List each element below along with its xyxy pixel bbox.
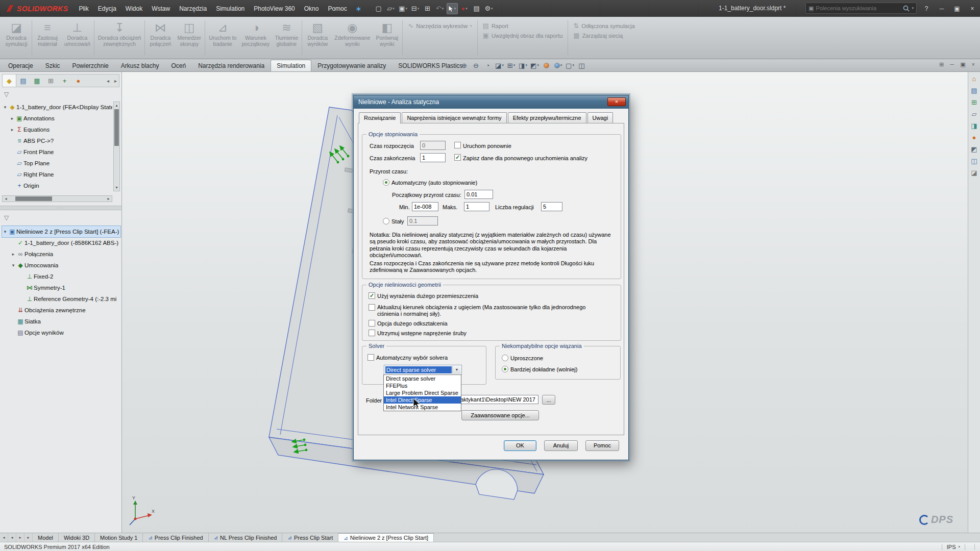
ribbon-report[interactable]: ▤ Raport	[483, 22, 563, 30]
ribbon-initial-condition[interactable]: ◑ Warunekpoczątkowy	[239, 18, 272, 57]
bottom-tab-model[interactable]: Model	[33, 533, 59, 542]
units-indicator[interactable]: IPS	[947, 544, 956, 550]
keep-bolt-prestress-checkbox[interactable]	[369, 330, 375, 336]
home-icon[interactable]: ⌂	[972, 75, 976, 83]
help-icon[interactable]: ?	[919, 0, 934, 17]
restart-checkbox[interactable]	[454, 142, 461, 148]
units-dropdown-icon[interactable]: ▾	[958, 545, 960, 549]
scenes-icon[interactable]: ◩	[971, 145, 977, 153]
ribbon-apply-material[interactable]: ≡ Zastosujmateriał	[33, 18, 62, 57]
dialog-tab-efekty[interactable]: Efekty przepływu/termiczne	[508, 112, 586, 123]
ribbon-run-study[interactable]: ⊿ Uruchom tobadanie	[206, 18, 239, 57]
print-preview-icon[interactable]: ⊞	[422, 3, 433, 14]
end-time-input[interactable]	[420, 153, 446, 162]
tree-item-study-root[interactable]: ▾ ▣ Nieliniowe 2 z [Press Clip Start] (-…	[2, 226, 120, 237]
tab-przygotowywanie-analizy[interactable]: Przygotowywanie analizy	[311, 60, 392, 71]
menu-edycja[interactable]: Edycja	[93, 1, 121, 17]
fixed-step-input[interactable]	[407, 216, 438, 226]
solver-option[interactable]: Large Problem Direct Sparse	[384, 389, 461, 396]
tab-solidworks-plastics[interactable]: SOLIDWORKS Plastics	[392, 60, 469, 71]
autostepping-radio[interactable]	[383, 179, 389, 186]
menu-wstaw[interactable]: Wstaw	[147, 1, 175, 17]
solver-option[interactable]: FFEPlus	[384, 382, 461, 389]
filter-funnel-icon[interactable]: ▽	[4, 91, 9, 98]
apply-scene-icon[interactable]: ▾	[553, 60, 563, 70]
large-displacement-checkbox[interactable]: ✓	[369, 292, 375, 299]
configurationmanager-tab[interactable]: ▦	[30, 74, 44, 87]
restore-icon[interactable]: ▣	[949, 0, 965, 17]
panel-splitter[interactable]: ∙∙∙	[0, 206, 121, 210]
select-tool-icon[interactable]: ▾	[447, 3, 458, 14]
tree-item[interactable]: ▱ Top Plane	[2, 158, 112, 169]
ribbon-compare-results[interactable]: ◧ Porównajwyniki	[373, 18, 401, 57]
save-restart-data-checkbox[interactable]: ✓	[454, 154, 461, 161]
feature-tree-vertical-scrollbar[interactable]: ▴ ▾	[113, 102, 120, 191]
ribbon-results-advisor[interactable]: ▧ Doradcawyników	[303, 18, 332, 57]
open-document-icon[interactable]: ▱▾	[385, 3, 397, 14]
solver-option[interactable]: Direct sparse solver	[384, 375, 461, 382]
tree-item[interactable]: ▱ Front Plane	[2, 146, 112, 158]
zoom-fit-icon[interactable]: ⊕	[459, 60, 469, 70]
more-accurate-radio[interactable]	[502, 366, 508, 372]
menu-plik[interactable]: Plik	[74, 1, 93, 17]
fixed-step-radio[interactable]	[383, 218, 389, 224]
design-library-icon[interactable]: ⊞	[971, 98, 977, 106]
ribbon-offloaded-simulation[interactable]: ⇅ Odłączona symulacja	[573, 22, 634, 30]
solver-combobox[interactable]: Direct sparse solver ▼	[384, 365, 462, 375]
tree-item[interactable]: ▱ Right Plane	[2, 169, 112, 180]
large-strain-checkbox[interactable]	[369, 320, 375, 327]
print-icon[interactable]: ⊟▾	[410, 3, 421, 14]
tree-item[interactable]: ⊥ Fixed-2	[2, 271, 120, 282]
tree-item[interactable]: + Origin	[2, 180, 112, 191]
view-settings-icon[interactable]: ▢▾	[565, 60, 575, 70]
ribbon-deformed-result[interactable]: ◉ Zdeformowanewyniki	[332, 18, 373, 57]
resources-icon[interactable]: ▤	[971, 87, 977, 94]
custom-properties-icon[interactable]: ◫	[971, 157, 977, 165]
ribbon-manage-network[interactable]: ▦ Zarządzaj siecią	[573, 32, 634, 39]
search-icon[interactable]	[903, 5, 910, 12]
initial-increment-input[interactable]	[464, 190, 493, 199]
dialog-tab-uwagi[interactable]: Uwagi	[587, 112, 614, 123]
bottom-tab-widoki-3d[interactable]: Widoki 3D	[59, 533, 95, 542]
file-properties-icon[interactable]: ▤	[471, 3, 482, 14]
advanced-options-button[interactable]: Zaawansowane opcje...	[461, 410, 539, 420]
automatic-solver-checkbox[interactable]	[368, 354, 374, 361]
combo-dropdown-icon[interactable]: ▼	[452, 366, 461, 374]
menu-pomoc[interactable]: Pomoc	[323, 1, 351, 17]
bottom-tab-motion-study[interactable]: Motion Study 1	[95, 533, 143, 542]
tab-ocen[interactable]: Oceń	[165, 60, 192, 71]
tree-item[interactable]: ▸ Σ Equations	[2, 124, 112, 135]
menu-okno[interactable]: Okno	[300, 1, 324, 17]
menu-photoview[interactable]: PhotoView 360	[249, 1, 300, 17]
previous-view-icon[interactable]: ◔	[483, 60, 493, 70]
forum-icon[interactable]: ◪	[971, 169, 977, 177]
ribbon-shell-manager[interactable]: ◫ Menedżerskorupy	[175, 18, 204, 57]
dimxpertmanager-tab[interactable]: ⊞	[44, 74, 58, 87]
dialog-tab-rozwiazanie[interactable]: Rozwiązanie	[359, 112, 401, 123]
displaymanager-tab[interactable]: +	[58, 74, 71, 87]
dialog-close-button[interactable]: ×	[607, 97, 626, 106]
tab-arkusz-blachy[interactable]: Arkusz blachy	[115, 60, 165, 71]
menu-simulation[interactable]: Simulation	[211, 1, 249, 17]
tree-item[interactable]: ▾ ◆ Umocowania	[2, 260, 120, 271]
ok-button[interactable]: OK	[504, 440, 536, 451]
tab-operacje[interactable]: Operacje	[2, 60, 39, 71]
search-scope-icon[interactable]: ▣	[808, 5, 814, 12]
tree-item[interactable]: ▸ ▣ Annotations	[2, 113, 112, 124]
tab-narzedzia-renderowania[interactable]: Narzędzia renderowania	[192, 60, 271, 71]
bottom-tab-nieliniowe-2[interactable]: ⊿Nieliniowe 2 z [Press Clip Start]	[338, 533, 434, 542]
tree-item[interactable]: ▸ ∞ Połączenia	[2, 248, 120, 260]
new-document-icon[interactable]: ▢	[373, 3, 384, 14]
options-gear-icon[interactable]: ⚙▾	[483, 3, 495, 14]
undo-icon[interactable]: ↶▾	[434, 3, 446, 14]
close-icon[interactable]: ×	[965, 0, 980, 17]
propertymanager-tab[interactable]: ▤	[16, 74, 30, 87]
tabs-scroll-last-icon[interactable]: ▸	[24, 533, 33, 542]
dialog-title-bar[interactable]: Nieliniowe - Analiza statyczna	[354, 95, 628, 109]
doc-restore-icon[interactable]: ▣	[960, 61, 965, 68]
tree-item[interactable]: ⋈ Symmetry-1	[2, 282, 120, 293]
menu-widok[interactable]: Widok	[121, 1, 147, 17]
appearances-icon[interactable]: ●	[972, 134, 976, 141]
tab-szkic[interactable]: Szkic	[39, 60, 66, 71]
zoom-area-icon[interactable]: ⊖	[471, 60, 481, 70]
